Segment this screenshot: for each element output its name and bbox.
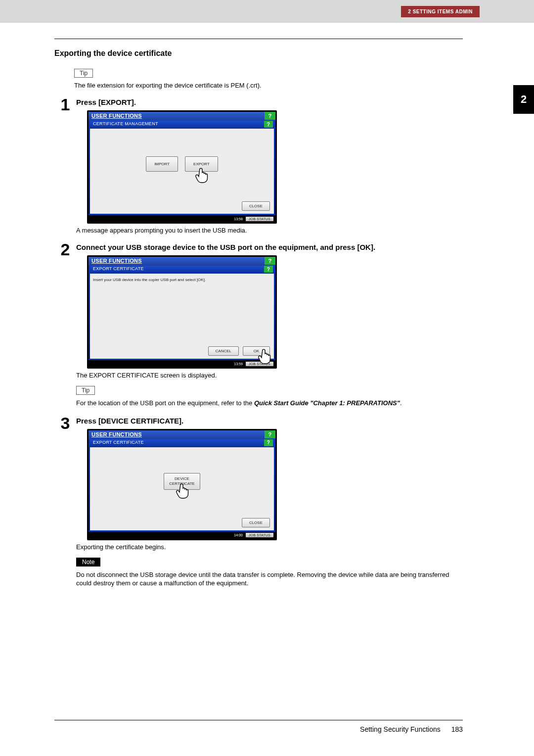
page-number: 183 [451, 725, 463, 733]
panel2-subtitle: EXPORT CERTIFICATE ? [90, 266, 274, 274]
device-screenshot-3: USER FUNCTIONS ? EXPORT CERTIFICATE ? [87, 429, 277, 540]
device-screenshot-1: USER FUNCTIONS ? CERTIFICATE MANAGEMENT … [87, 110, 277, 224]
import-button[interactable]: IMPORT [146, 156, 178, 172]
export-button[interactable]: EXPORT [185, 156, 218, 172]
step1-after: A message appears prompting you to inser… [76, 227, 463, 234]
close-button[interactable]: CLOSE [242, 201, 270, 211]
panel2-title-text: USER FUNCTIONS [91, 258, 142, 264]
panel1-title: USER FUNCTIONS ? [89, 112, 275, 121]
note-label: Note [76, 558, 100, 567]
help-icon[interactable]: ? [265, 112, 275, 120]
step2-tip-text: For the location of the USB port on the … [76, 399, 463, 408]
page-footer: Setting Security Functions 183 [54, 720, 463, 733]
panel1-title-text: USER FUNCTIONS [91, 113, 142, 119]
ok-button[interactable]: OK [243, 346, 270, 356]
help-icon[interactable]: ? [265, 430, 275, 438]
panel2-message: Insert your USB device into the copier U… [90, 274, 274, 284]
chapter-tag: 2 SETTING ITEMS ADMIN [401, 6, 480, 17]
step-number-1: 1 [54, 96, 76, 113]
thumb-tab: 2 [513, 85, 534, 114]
footer-section: Setting Security Functions [360, 725, 441, 733]
panel1-subtitle: CERTIFICATE MANAGEMENT ? [90, 121, 274, 129]
tip-label: Tip [74, 69, 93, 78]
step3-title: Press [DEVICE CERTIFICATE]. [76, 417, 463, 425]
device-screenshot-2: USER FUNCTIONS ? EXPORT CERTIFICATE ? In… [87, 255, 277, 369]
step2-after: The EXPORT CERTIFICATE screen is display… [76, 372, 463, 379]
help-icon[interactable]: ? [264, 266, 273, 273]
job-status-button[interactable]: JOB STATUS [246, 217, 273, 221]
panel2-time: 13:59 [234, 362, 243, 366]
help-icon[interactable]: ? [264, 121, 273, 128]
tip-text-before: For the location of the USB port on the … [76, 399, 254, 407]
export-button-label: EXPORT [193, 162, 210, 166]
device-certificate-button[interactable]: DEVICE CERTIFICATE [164, 473, 200, 489]
touch-hand-icon [195, 168, 209, 184]
panel3-title: USER FUNCTIONS ? [89, 430, 275, 439]
note-text: Do not disconnect the USB storage device… [76, 570, 463, 588]
tip-label: Tip [76, 386, 95, 395]
help-icon[interactable]: ? [265, 257, 275, 265]
touch-hand-icon [176, 483, 190, 499]
panel3-subtitle-text: EXPORT CERTIFICATE [93, 440, 144, 445]
step1-title: Press [EXPORT]. [76, 98, 463, 106]
step-number-3: 3 [54, 415, 76, 431]
close-button[interactable]: CLOSE [242, 518, 270, 527]
cancel-button[interactable]: CANCEL [208, 346, 239, 356]
panel1-subtitle-text: CERTIFICATE MANAGEMENT [93, 121, 158, 126]
panel1-time: 13:58 [234, 217, 243, 221]
step2-title: Connect your USB storage device to the U… [76, 243, 463, 251]
section-title: Exporting the device certificate [54, 49, 463, 58]
rule-top [54, 39, 463, 39]
help-icon[interactable]: ? [264, 439, 273, 446]
panel3-title-text: USER FUNCTIONS [91, 431, 142, 437]
tip-text-after: . [400, 399, 402, 407]
ok-button-label: OK [254, 349, 260, 353]
tip-reference: Quick Start Guide "Chapter 1: PREPARATIO… [254, 399, 400, 407]
device-cert-label-2: CERTIFICATE [169, 481, 195, 486]
panel2-subtitle-text: EXPORT CERTIFICATE [93, 266, 144, 271]
step-number-2: 2 [54, 241, 76, 258]
panel2-title: USER FUNCTIONS ? [89, 257, 275, 266]
device-cert-label-1: DEVICE [175, 476, 189, 481]
panel3-time: 14:00 [234, 533, 243, 537]
panel3-subtitle: EXPORT CERTIFICATE ? [90, 439, 274, 447]
step3-after: Exporting the certificate begins. [76, 543, 463, 551]
tip-text: The file extension for exporting the dev… [74, 82, 463, 89]
job-status-button[interactable]: JOB STATUS [246, 362, 273, 366]
job-status-button[interactable]: JOB STATUS [246, 533, 273, 537]
